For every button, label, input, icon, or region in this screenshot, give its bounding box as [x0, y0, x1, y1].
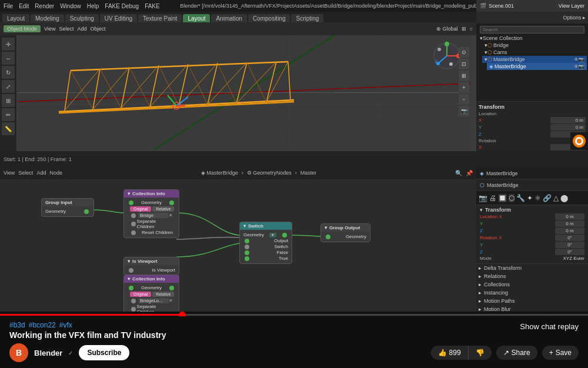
- dislike-button[interactable]: 👎: [469, 346, 492, 360]
- like-button[interactable]: 👍 899: [431, 346, 469, 360]
- tab-uv-editing[interactable]: UV Editing: [100, 14, 137, 23]
- view-front-icon[interactable]: ⊙: [459, 47, 469, 58]
- zoom-in-icon[interactable]: +: [459, 82, 469, 93]
- prop-icon-particles[interactable]: ✦: [527, 194, 533, 202]
- rpb-instancing[interactable]: ▸ Instancing: [476, 289, 588, 297]
- prop-icon-obj-data[interactable]: △: [553, 194, 559, 202]
- save-button[interactable]: + Save: [542, 346, 579, 360]
- toolbar-scale[interactable]: ⤢: [2, 80, 15, 93]
- prop-icon-output[interactable]: 🖨: [489, 194, 496, 202]
- toolbar-measure[interactable]: 📏: [2, 122, 15, 135]
- breadcrumb-masterbridge[interactable]: ◈ MasterBridge: [201, 170, 238, 176]
- menu-fake-debug[interactable]: FAKE Debug: [105, 3, 139, 9]
- rpb-rot-x[interactable]: 0°: [555, 235, 584, 241]
- rpb-rot-z[interactable]: 0°: [555, 249, 584, 255]
- toolbar-cursor[interactable]: ✛: [2, 38, 15, 51]
- rpb-delta-transform[interactable]: ▸ Delta Transform: [476, 264, 588, 272]
- node-collection-info-1[interactable]: ▾ Collection Info Geometry Original Rela…: [123, 189, 179, 238]
- header-object[interactable]: Object: [90, 26, 105, 32]
- rpb-loc-z[interactable]: 0 m: [555, 228, 584, 234]
- tab-compositing[interactable]: Compositing: [248, 14, 290, 23]
- rpb-relations[interactable]: ▸ Relations: [476, 272, 588, 280]
- prop-icon-render[interactable]: 📷: [479, 194, 487, 202]
- node-is-viewport[interactable]: ▾ Is Viewport Is Viewport: [123, 257, 179, 276]
- sc-root[interactable]: ▾ Scene Collection: [477, 35, 587, 42]
- col-info-1-original-btn[interactable]: Original: [130, 206, 151, 212]
- rpb-rot-y[interactable]: 0°: [555, 242, 584, 248]
- transform-orientation[interactable]: ⊕ Global: [436, 26, 458, 32]
- menu-file[interactable]: File: [4, 3, 13, 9]
- prop-icon-view[interactable]: 🔲: [498, 194, 507, 202]
- prop-icon-constraints[interactable]: 🔗: [543, 194, 552, 202]
- tab-animation[interactable]: Animation: [211, 14, 246, 23]
- tag-bcon22[interactable]: #bcon22: [29, 321, 56, 329]
- prop-icon-material[interactable]: ⬤: [560, 194, 568, 202]
- object-mode-selector[interactable]: Object Mode: [4, 25, 41, 32]
- tab-modeling[interactable]: Modeling: [31, 14, 64, 23]
- col-info-1-bridge-close[interactable]: ✕: [169, 213, 173, 218]
- node-switch[interactable]: ▾ Switch Geometry ▾ Output Swi: [239, 222, 292, 264]
- prop-icon-obj-active[interactable]: ⬡: [509, 194, 514, 202]
- breadcrumb-geonodes[interactable]: ⚙ GeometryNodes: [247, 170, 292, 176]
- sc-search-input[interactable]: [480, 26, 584, 34]
- col-info-1-relative-btn[interactable]: Relative: [152, 206, 174, 212]
- sc-render-icon[interactable]: 📷: [579, 57, 584, 62]
- col-info-2-relative-btn[interactable]: Relative: [152, 292, 174, 297]
- rpb-loc-x[interactable]: 0 m: [555, 213, 584, 220]
- sc-options-btn[interactable]: Options ▸: [563, 15, 586, 21]
- rpb-collections[interactable]: ▸ Collections: [476, 280, 588, 289]
- share-button[interactable]: ↗ Share: [496, 346, 537, 360]
- node-group-output[interactable]: ▾ Group Output Geometry: [320, 223, 370, 242]
- prop-icon-physics[interactable]: ⚛: [534, 194, 541, 202]
- view-right-icon[interactable]: ⊞: [459, 71, 469, 81]
- rpb-loc-y[interactable]: 0 m: [555, 220, 584, 227]
- proportional-icon[interactable]: ○: [470, 26, 473, 32]
- tab-texture-paint[interactable]: Texture Paint: [138, 14, 182, 23]
- sc-obj-render-icon[interactable]: 📷: [579, 64, 584, 69]
- toolbar-annotate[interactable]: ✏: [2, 108, 15, 121]
- menu-render[interactable]: Render: [35, 3, 54, 9]
- sc-cams[interactable]: ▾ ⬡ Cams: [482, 49, 587, 56]
- node-node[interactable]: Node: [49, 170, 62, 176]
- toolbar-move[interactable]: ↔: [2, 52, 15, 65]
- loc-x-value[interactable]: 0 m: [550, 117, 586, 123]
- node-add[interactable]: Add: [36, 170, 46, 176]
- menu-help[interactable]: Help: [87, 3, 99, 9]
- show-chat-replay-button[interactable]: Show chat replay: [520, 322, 579, 331]
- node-group-input[interactable]: Group Input Geometry: [41, 198, 94, 217]
- sc-masterbridge-collection[interactable]: ▾ ⬡ MasterBridge 👁 📷: [482, 56, 587, 63]
- camera-icon[interactable]: 📷: [459, 106, 469, 116]
- switch-geo-dropdown[interactable]: ▾: [269, 233, 276, 237]
- view-top-icon[interactable]: ⊡: [459, 59, 469, 69]
- subscribe-button[interactable]: Subscribe: [79, 345, 129, 360]
- node-select[interactable]: Select: [18, 170, 33, 176]
- rpb-transform-header[interactable]: ▾ Transform: [480, 207, 584, 213]
- tab-shading[interactable]: Layout: [183, 14, 210, 23]
- sc-bridge[interactable]: ▾ ⬡ Bridge: [482, 42, 587, 49]
- loc-y-value[interactable]: 0 m: [550, 124, 586, 131]
- sc-eye-icon[interactable]: 👁: [574, 57, 579, 62]
- node-pin-icon[interactable]: 📌: [466, 170, 473, 176]
- sc-obj-eye-icon[interactable]: 👁: [574, 64, 579, 69]
- col-info-2-close[interactable]: ✕: [169, 298, 173, 303]
- toolbar-transform[interactable]: ⊞: [2, 94, 15, 107]
- tab-layout[interactable]: Layout: [2, 14, 29, 23]
- sc-masterbridge-object[interactable]: ◈ MasterBridge 👁 📷: [487, 63, 587, 70]
- node-zoom-icon[interactable]: 🔍: [455, 170, 462, 176]
- menu-window[interactable]: Window: [60, 3, 81, 9]
- breadcrumb-master[interactable]: Master: [300, 170, 317, 176]
- header-select[interactable]: Select: [59, 26, 74, 32]
- header-add[interactable]: Add: [77, 26, 86, 32]
- rpb-motion-paths[interactable]: ▸ Motion Paths: [476, 297, 588, 305]
- node-view[interactable]: View: [4, 170, 15, 176]
- snap-icon[interactable]: ⊞: [462, 26, 466, 32]
- prop-icon-modifier[interactable]: 🔧: [516, 194, 525, 202]
- tab-scripting[interactable]: Scripting: [291, 14, 323, 23]
- header-view[interactable]: View: [44, 26, 55, 32]
- menu-edit[interactable]: Edit: [19, 3, 29, 9]
- tag-vfx[interactable]: #vfx: [59, 321, 72, 329]
- zoom-out-icon[interactable]: −: [459, 94, 469, 105]
- tag-b3d[interactable]: #b3d: [9, 321, 25, 329]
- tab-sculpting[interactable]: Sculpting: [65, 14, 99, 23]
- menu-fake[interactable]: FAKE: [145, 3, 160, 9]
